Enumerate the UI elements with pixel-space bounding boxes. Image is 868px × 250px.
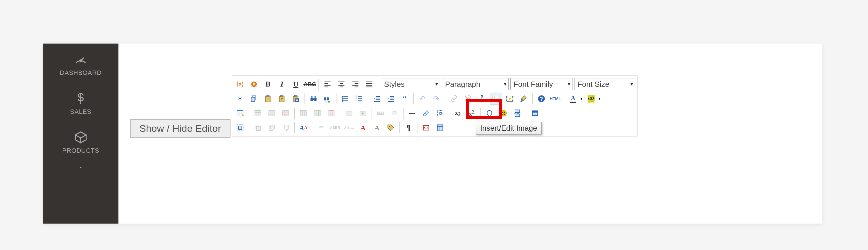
copy-button[interactable] (248, 93, 260, 105)
col-after-button[interactable] (311, 107, 323, 119)
underline-icon: U (293, 81, 298, 88)
link-button[interactable] (448, 93, 460, 105)
ins-button[interactable]: A (371, 122, 383, 134)
subscript-button[interactable]: x2 (452, 107, 464, 119)
ltr-button[interactable]: ¶ (402, 122, 414, 134)
template-button[interactable] (434, 122, 446, 134)
replace-button[interactable]: AB (321, 93, 334, 105)
separator (340, 108, 340, 119)
toggle-editor-button[interactable]: Show / Hide Editor (130, 119, 230, 137)
paste-button[interactable] (262, 93, 274, 105)
ordered-list-button[interactable]: 123 (353, 93, 365, 105)
redo-button[interactable]: ↷ (430, 93, 442, 105)
cut-button[interactable]: ✂ (234, 93, 246, 105)
row-after-button[interactable] (266, 107, 278, 119)
nav-dashboard[interactable]: DASHBOARD (60, 50, 102, 80)
underline-button[interactable]: U (290, 78, 302, 90)
fontsize-select[interactable]: Font Size▼ (574, 78, 635, 90)
fullscreen-button[interactable] (529, 107, 541, 119)
hr-button[interactable] (406, 107, 418, 119)
cell-props-button[interactable] (389, 107, 401, 119)
paste-text-button[interactable]: T (276, 93, 288, 105)
bold-button[interactable]: B (262, 78, 274, 90)
row-before-button[interactable] (252, 107, 264, 119)
box-icon (73, 130, 88, 145)
select-label: Font Family (514, 80, 553, 89)
italic-button[interactable]: I (276, 78, 288, 90)
italic-icon: I (280, 80, 283, 89)
paste-word-button[interactable]: W (290, 93, 302, 105)
del-button[interactable]: A (357, 122, 369, 134)
pilcrow-icon: ¶ (406, 123, 410, 132)
dropdown-arrow-icon[interactable]: ▼ (597, 93, 602, 105)
fontfamily-select[interactable]: Font Family▼ (510, 78, 572, 90)
split-cells-button[interactable] (343, 107, 355, 119)
outdent-button[interactable] (371, 93, 383, 105)
toolbar-row-3: x2 x2 (233, 106, 636, 121)
delete-row-button[interactable] (280, 107, 292, 119)
abs-layer-button[interactable] (252, 122, 264, 134)
unlink-button[interactable] (462, 93, 474, 105)
align-justify-button[interactable] (363, 78, 375, 90)
strikethrough-button[interactable]: ABC (304, 78, 316, 90)
help-button[interactable]: ? (535, 93, 548, 105)
delete-col-button[interactable] (325, 107, 337, 119)
image-icon (492, 95, 500, 103)
remove-format-button[interactable] (420, 107, 432, 119)
insert-image-button[interactable] (490, 93, 502, 105)
cite-button[interactable]: ❝❞ (315, 122, 327, 134)
styles-select[interactable]: Styles▼ (381, 78, 440, 90)
format-select[interactable]: Paragraph▼ (442, 78, 508, 90)
background-color-button[interactable]: ab (585, 93, 597, 105)
separator (378, 79, 378, 90)
nav-sales[interactable]: SALES (70, 88, 91, 119)
superscript-button[interactable]: x2 (466, 107, 478, 119)
nav-products[interactable]: PRODUCTS (62, 127, 99, 157)
html-source-button[interactable]: HTML (549, 93, 561, 105)
text-color-button[interactable]: A (567, 93, 579, 105)
variable-button[interactable] (234, 78, 246, 90)
find-button[interactable] (307, 93, 320, 105)
svg-rect-66 (270, 125, 274, 129)
media-button[interactable] (504, 93, 516, 105)
help-icon: ? (537, 95, 546, 103)
char-map-button[interactable] (483, 107, 496, 119)
gauge-icon (73, 52, 88, 67)
style-props-button[interactable]: AA (297, 122, 309, 134)
align-left-button[interactable] (321, 78, 334, 90)
abbr-button[interactable]: ABBR (329, 122, 341, 134)
layer-backward-button[interactable] (280, 122, 292, 134)
visual-aid-button[interactable] (434, 107, 446, 119)
undo-button[interactable]: ↶ (416, 93, 429, 105)
anchor-button[interactable] (476, 93, 488, 105)
link-icon (450, 95, 458, 103)
svg-rect-64 (256, 126, 260, 130)
dropdown-arrow-icon[interactable]: ▼ (579, 93, 584, 105)
unordered-list-button[interactable] (339, 93, 351, 105)
page-break-button[interactable] (511, 107, 523, 119)
row-props-button[interactable] (374, 107, 387, 119)
separator (445, 93, 445, 104)
layer-forward-button[interactable] (266, 122, 278, 134)
attributes-button[interactable] (385, 122, 397, 134)
merge-cells-button[interactable] (357, 107, 369, 119)
select-all-button[interactable] (234, 122, 246, 134)
widget-button[interactable] (248, 78, 260, 90)
align-right-button[interactable] (349, 78, 362, 90)
align-center-button[interactable] (335, 78, 347, 90)
insert-table-button[interactable] (234, 107, 246, 119)
col-before-button[interactable] (297, 107, 309, 119)
separator (564, 93, 564, 104)
cleanup-button[interactable] (518, 93, 530, 105)
svg-text:T: T (281, 97, 283, 101)
blockquote-button[interactable]: “ (399, 93, 411, 105)
html-icon: HTML (550, 96, 561, 101)
emotions-button[interactable] (497, 107, 509, 119)
anchor-icon (478, 95, 486, 103)
indent-button[interactable] (385, 93, 397, 105)
non-breaking-space-button[interactable] (420, 122, 432, 134)
separator (249, 108, 249, 119)
toolbar-row-1: B I U ABC Styles▼ Paragraph▼ Font Family… (233, 77, 636, 91)
omega-icon (485, 109, 494, 117)
acronym-button[interactable]: A.B.C. (343, 122, 355, 134)
